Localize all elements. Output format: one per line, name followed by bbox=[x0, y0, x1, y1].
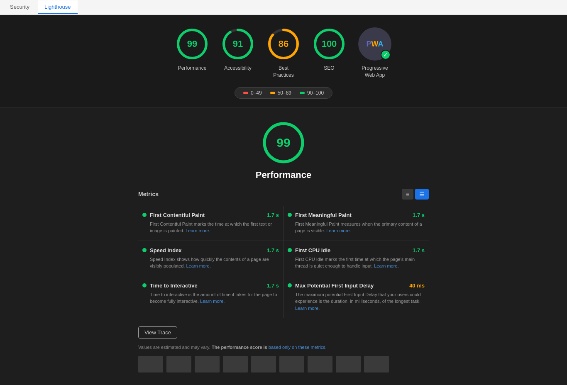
performance-score: 99 bbox=[187, 39, 197, 49]
bottom-charts bbox=[138, 356, 429, 373]
main-performance-score: 99 bbox=[276, 136, 290, 150]
metric-first-cpu-idle-header: First CPU Idle 1.7 s bbox=[288, 247, 425, 253]
pwa-letters: PWA bbox=[366, 40, 383, 49]
metric-speed-index-name: Speed Index bbox=[150, 247, 182, 253]
metric-first-cpu-idle-desc: First CPU Idle marks the first time at w… bbox=[288, 256, 425, 270]
metric-speed-index: Speed Index 1.7 s Speed Index shows how … bbox=[138, 241, 284, 276]
metric-speed-index-header: Speed Index 1.7 s bbox=[142, 247, 279, 253]
score-performance: 99 Performance bbox=[176, 27, 209, 72]
footer-note: Values are estimated and may vary. The p… bbox=[138, 345, 429, 350]
footer-note-link[interactable]: based only on these metrics bbox=[269, 345, 325, 350]
metric-fcp: First Contentful Paint 1.7 s First Conte… bbox=[138, 206, 284, 241]
metric-mpfid-dot bbox=[288, 283, 292, 287]
metric-first-cpu-idle: First CPU Idle 1.7 s First CPU Idle mark… bbox=[284, 241, 429, 276]
performance-label: Performance bbox=[178, 65, 207, 72]
metric-tti-value: 1.7 s bbox=[267, 282, 279, 289]
tab-lighthouse[interactable]: Lighthouse bbox=[38, 0, 78, 14]
seo-score: 100 bbox=[322, 39, 337, 49]
metric-speed-index-value: 1.7 s bbox=[267, 247, 279, 253]
pwa-label: ProgressiveWeb App bbox=[362, 65, 388, 79]
metric-fcp-header: First Contentful Paint 1.7 s bbox=[142, 212, 279, 218]
pwa-icon: PWA ✓ bbox=[358, 27, 391, 61]
metric-fmp-value: 1.7 s bbox=[413, 212, 425, 218]
metric-fcp-title-row: First Contentful Paint 1.7 s bbox=[150, 212, 279, 218]
best-practices-label: BestPractices bbox=[273, 65, 293, 79]
accessibility-score: 91 bbox=[233, 39, 243, 49]
metric-fmp: First Meaningful Paint 1.7 s First Meani… bbox=[284, 206, 429, 241]
metric-fcp-desc: First Contentful Paint marks the time at… bbox=[142, 221, 279, 234]
legend-pass-dot bbox=[300, 92, 305, 94]
legend-average: 50–89 bbox=[270, 90, 291, 96]
metric-tti-name: Time to Interactive bbox=[150, 282, 198, 289]
chart-placeholder-3 bbox=[195, 356, 220, 373]
best-practices-gauge: 86 bbox=[267, 27, 300, 61]
metric-first-cpu-idle-value: 1.7 s bbox=[413, 247, 425, 253]
chart-placeholder-4 bbox=[223, 356, 248, 373]
legend-fail-range: 0–49 bbox=[251, 90, 262, 96]
tab-security[interactable]: Security bbox=[3, 0, 36, 14]
main-performance-gauge: 99 bbox=[261, 120, 306, 166]
main-content: 99 Performance Metrics ≡ ☰ First Content… bbox=[0, 107, 567, 385]
score-seo: 100 SEO bbox=[313, 27, 346, 72]
metrics-header: Metrics ≡ ☰ bbox=[138, 189, 429, 200]
metric-first-cpu-idle-link[interactable]: Learn more bbox=[374, 263, 397, 268]
metric-fmp-name: First Meaningful Paint bbox=[295, 212, 352, 218]
metric-speed-index-dot bbox=[142, 248, 147, 252]
metric-tti-link[interactable]: Learn more bbox=[200, 299, 223, 304]
chart-placeholder-7 bbox=[308, 356, 332, 373]
chart-placeholder-5 bbox=[251, 356, 276, 373]
view-toggle: ≡ ☰ bbox=[402, 189, 429, 200]
metric-tti-desc: Time to interactive is the amount of tim… bbox=[142, 291, 279, 305]
scores-panel: 99 Performance 91 Accessibility bbox=[0, 15, 567, 107]
score-best-practices: 86 BestPractices bbox=[267, 27, 300, 79]
metric-mpfid-title-row: Max Potential First Input Delay 40 ms bbox=[295, 282, 425, 289]
best-practices-score: 86 bbox=[279, 39, 288, 49]
metrics-container: Metrics ≡ ☰ First Contentful Paint 1.7 s… bbox=[138, 189, 429, 373]
legend-average-range: 50–89 bbox=[278, 90, 291, 96]
performance-gauge: 99 bbox=[176, 27, 209, 61]
pwa-checkmark: ✓ bbox=[381, 50, 391, 60]
legend-pass-range: 90–100 bbox=[307, 90, 324, 96]
metric-fmp-header: First Meaningful Paint 1.7 s bbox=[288, 212, 425, 218]
scores-row: 99 Performance 91 Accessibility bbox=[176, 27, 391, 79]
metric-tti-header: Time to Interactive 1.7 s bbox=[142, 282, 279, 289]
metric-first-cpu-idle-name: First CPU Idle bbox=[295, 247, 330, 253]
metric-fcp-link[interactable]: Learn more bbox=[186, 228, 209, 233]
metric-speed-index-desc: Speed Index shows how quickly the conten… bbox=[142, 256, 279, 270]
metrics-label: Metrics bbox=[138, 191, 159, 197]
metric-first-cpu-idle-title-row: First CPU Idle 1.7 s bbox=[295, 247, 425, 253]
seo-gauge: 100 bbox=[313, 27, 346, 61]
metric-fcp-value: 1.7 s bbox=[267, 212, 279, 218]
metric-mpfid-header: Max Potential First Input Delay 40 ms bbox=[288, 282, 425, 289]
metric-mpfid-link[interactable]: Learn more bbox=[295, 306, 318, 311]
metric-mpfid: Max Potential First Input Delay 40 ms Th… bbox=[284, 276, 429, 319]
score-legend: 0–49 50–89 90–100 bbox=[235, 87, 332, 99]
metric-fmp-link[interactable]: Learn more bbox=[326, 228, 349, 233]
chart-placeholder-1 bbox=[138, 356, 163, 373]
metric-tti-title-row: Time to Interactive 1.7 s bbox=[150, 282, 279, 289]
footer-note-bold: The performance score is bbox=[212, 345, 267, 350]
seo-label: SEO bbox=[324, 65, 334, 72]
accessibility-label: Accessibility bbox=[224, 65, 251, 72]
chart-placeholder-9 bbox=[364, 356, 389, 373]
legend-pass: 90–100 bbox=[300, 90, 324, 96]
tab-bar: Security Lighthouse bbox=[0, 0, 567, 15]
metric-fmp-dot bbox=[288, 213, 292, 217]
chart-placeholder-2 bbox=[166, 356, 191, 373]
toggle-minimal-btn[interactable]: ≡ bbox=[402, 189, 413, 200]
metric-speed-index-link[interactable]: Learn more bbox=[186, 263, 209, 268]
metric-mpfid-name: Max Potential First Input Delay bbox=[295, 282, 374, 289]
metrics-grid: First Contentful Paint 1.7 s First Conte… bbox=[138, 206, 429, 319]
toggle-detailed-btn[interactable]: ☰ bbox=[415, 189, 429, 200]
metric-mpfid-desc: The maximum potential First Input Delay … bbox=[288, 291, 425, 312]
metric-fmp-desc: First Meaningful Paint measures when the… bbox=[288, 221, 425, 234]
chart-placeholder-8 bbox=[336, 356, 361, 373]
score-pwa: PWA ✓ ProgressiveWeb App bbox=[358, 27, 391, 79]
score-accessibility: 91 Accessibility bbox=[221, 27, 254, 72]
metric-fcp-name: First Contentful Paint bbox=[150, 212, 205, 218]
metric-mpfid-value: 40 ms bbox=[409, 282, 425, 289]
accessibility-gauge: 91 bbox=[221, 27, 254, 61]
metric-tti: Time to Interactive 1.7 s Time to intera… bbox=[138, 276, 284, 319]
metric-first-cpu-idle-dot bbox=[288, 248, 292, 252]
view-trace-button[interactable]: View Trace bbox=[138, 326, 177, 338]
